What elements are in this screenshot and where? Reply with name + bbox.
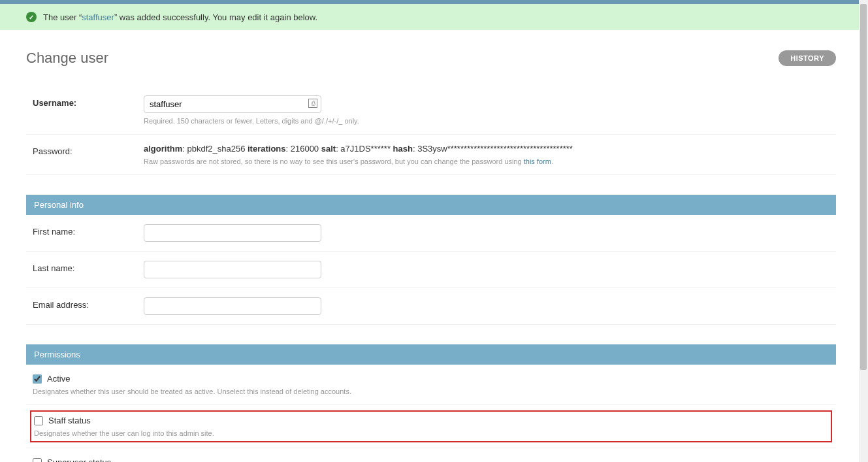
check-circle-icon: ✓ xyxy=(26,12,37,22)
email-row: Email address: xyxy=(26,288,836,325)
superuser-label: Superuser status xyxy=(47,457,111,462)
banner-user-link[interactable]: staffuser xyxy=(82,12,114,22)
main-fieldset: Username: ⎙ Required. 150 characters or … xyxy=(26,86,836,175)
username-help: Required. 150 characters or fewer. Lette… xyxy=(144,117,829,125)
staff-row: Staff status Designates whether the user… xyxy=(26,405,836,448)
last-name-row: Last name: xyxy=(26,252,836,288)
staff-checkbox[interactable] xyxy=(34,416,43,425)
banner-text: The user “staffuser” was added successfu… xyxy=(43,12,317,22)
personal-info-header: Personal info xyxy=(26,195,836,215)
last-name-label: Last name: xyxy=(33,261,144,273)
active-row: Active Designates whether this user shou… xyxy=(26,365,836,405)
staff-label: Staff status xyxy=(48,416,91,425)
permissions-fieldset: Permissions Active Designates whether th… xyxy=(26,344,836,462)
active-checkbox[interactable] xyxy=(33,374,42,384)
personal-info-fieldset: Personal info First name: Last name: Ema… xyxy=(26,195,836,325)
password-help: Raw passwords are not stored, so there i… xyxy=(144,157,829,165)
password-display: algorithm: pbkdf2_sha256 iterations: 216… xyxy=(144,144,829,154)
username-input[interactable] xyxy=(144,95,321,113)
username-label: Username: xyxy=(33,95,144,108)
email-input[interactable] xyxy=(144,297,321,315)
permissions-header: Permissions xyxy=(26,344,836,365)
scrollbar[interactable] xyxy=(859,0,868,462)
staff-highlight: Staff status Designates whether the user… xyxy=(30,410,832,442)
last-name-input[interactable] xyxy=(144,261,321,278)
history-button[interactable]: HISTORY xyxy=(779,50,836,66)
password-label: Password: xyxy=(33,144,144,156)
page-title: Change user xyxy=(26,50,108,67)
superuser-checkbox[interactable] xyxy=(33,458,42,463)
username-row: Username: ⎙ Required. 150 characters or … xyxy=(26,86,836,135)
first-name-row: First name: xyxy=(26,215,836,252)
email-label: Email address: xyxy=(33,297,144,310)
active-label: Active xyxy=(47,374,70,384)
scrollbar-thumb[interactable] xyxy=(860,4,867,370)
first-name-input[interactable] xyxy=(144,224,321,242)
staff-help: Designates whether the user can log into… xyxy=(34,429,828,437)
first-name-label: First name: xyxy=(33,224,144,237)
superuser-row: Superuser status Designates that this us… xyxy=(26,448,836,462)
password-form-link[interactable]: this form xyxy=(524,157,551,165)
success-banner: ✓ The user “staffuser” was added success… xyxy=(0,4,868,30)
page-header: Change user HISTORY xyxy=(26,50,836,67)
active-help: Designates whether this user should be t… xyxy=(33,388,829,395)
password-row: Password: algorithm: pbkdf2_sha256 itera… xyxy=(26,135,836,175)
